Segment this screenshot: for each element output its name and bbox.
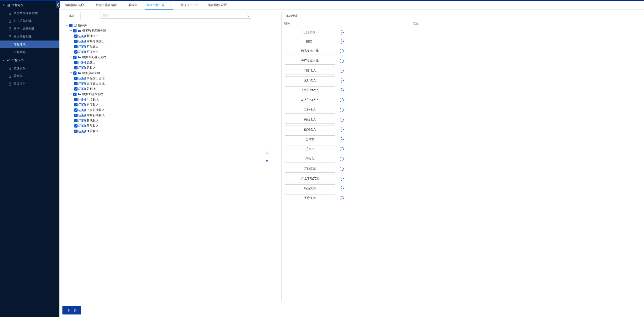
indicator-chip[interactable]: 药品收入 (285, 116, 335, 124)
remove-icon[interactable]: − (340, 59, 344, 63)
tab[interactable]: 编辑指标-选取... (63, 1, 88, 9)
remove-icon[interactable]: − (340, 49, 344, 53)
tree-row[interactable]: ✓药品支出占比 (64, 76, 249, 81)
remove-icon[interactable]: − (340, 69, 344, 73)
tree-row[interactable]: ✓住院收入 (64, 129, 249, 134)
checkbox-checked-icon[interactable]: ✓ (74, 103, 78, 106)
nav-group-indicator-app[interactable]: ▼ 指标应用 (0, 56, 59, 64)
sidebar-item[interactable]: 根据主题表创建 (0, 25, 59, 33)
tree-row[interactable]: ✓财政补助收入 (64, 113, 249, 118)
remove-icon[interactable]: − (340, 39, 344, 44)
tree-row[interactable]: ✓总收入 (64, 65, 249, 70)
caret-down-icon[interactable]: ▼ (70, 72, 72, 74)
search-icon[interactable] (245, 13, 249, 18)
indicator-chip[interactable]: 医疗支出占比 (285, 57, 335, 65)
indicator-chip[interactable]: USERID_ (285, 29, 335, 36)
tree-row[interactable]: ✓医疗收入 (64, 102, 249, 107)
checkbox-checked-icon[interactable]: ✓ (73, 56, 77, 59)
sidebar-item[interactable]: 看板集 (0, 72, 59, 80)
indicator-chip[interactable]: 财政补助收入 (285, 96, 335, 104)
checkbox-checked-icon[interactable]: ✓ (74, 82, 78, 85)
checkbox-checked-icon[interactable]: ✓ (74, 45, 78, 48)
checkbox-checked-icon[interactable]: ✓ (74, 50, 78, 54)
indicator-chip[interactable]: 总收入 (285, 155, 335, 163)
indicator-chip[interactable]: 药品支出占比 (285, 47, 335, 55)
transfer-remove-button[interactable]: « (266, 158, 267, 163)
remove-icon[interactable]: − (340, 186, 344, 190)
checkbox-checked-icon[interactable]: ✓ (74, 98, 78, 101)
indicator-chip[interactable]: 其他收入 (285, 106, 335, 114)
remove-icon[interactable]: − (340, 108, 344, 112)
indicator-chip[interactable]: 药品支出 (285, 184, 335, 192)
remove-icon[interactable]: − (340, 196, 344, 200)
remove-icon[interactable]: − (340, 128, 344, 132)
checkbox-checked-icon[interactable]: ✓ (74, 87, 78, 91)
checkbox-checked-icon[interactable]: ✓ (74, 124, 78, 128)
checkbox-checked-icon[interactable]: ✓ (74, 40, 78, 43)
tab[interactable]: 医疗支出占比 (179, 1, 200, 9)
remove-icon[interactable]: − (340, 157, 344, 161)
caret-down-icon[interactable]: ▼ (70, 93, 72, 96)
sidebar-item[interactable]: 根据数据库表创建 (0, 9, 59, 17)
indicator-chip[interactable]: 医疗收入 (285, 76, 335, 84)
transfer-add-button[interactable]: » (266, 150, 267, 155)
next-button[interactable]: 下一步 (62, 306, 81, 314)
search-input[interactable] (102, 14, 244, 17)
tree-row[interactable]: ✓药品收入 (64, 123, 249, 129)
checkbox-checked-icon[interactable]: ✓ (74, 119, 78, 122)
indicator-chip[interactable]: 住院收入 (285, 126, 335, 133)
tree-row[interactable]: ✓药品支出 (64, 44, 249, 49)
tab[interactable]: 编辑指标主题-...× (145, 1, 173, 9)
tree-row[interactable]: ▼✓根据主题表创建 (64, 92, 249, 97)
tree-row[interactable]: ✓财政专项支出 (64, 39, 249, 44)
tree-row[interactable]: ▼✓指标库 (64, 23, 249, 28)
indicator-chip[interactable]: 总利润 (285, 135, 335, 143)
caret-down-icon[interactable]: ▼ (66, 24, 68, 27)
tree-row[interactable]: ✓门诊收入 (64, 97, 249, 102)
tree-row[interactable]: ▼✓根据数据库表创建 (64, 28, 249, 33)
checkbox-checked-icon[interactable]: ✓ (74, 108, 78, 112)
tab[interactable]: 看板集 (127, 1, 139, 9)
remove-icon[interactable]: − (340, 147, 344, 151)
remove-icon[interactable]: − (340, 118, 344, 122)
tree-row[interactable]: ✓医疗支出占比 (64, 81, 249, 86)
sidebar-item[interactable]: 指标建模 (0, 41, 59, 48)
panel-tab-indicator[interactable]: 指标 (62, 12, 81, 20)
checkbox-checked-icon[interactable]: ✓ (74, 66, 78, 69)
checkbox-checked-icon[interactable]: ✓ (74, 77, 78, 80)
sidebar-item[interactable]: 根据指标创建 (0, 33, 59, 41)
checkbox-checked-icon[interactable]: ✓ (74, 34, 78, 38)
checkbox-checked-icon[interactable]: ✓ (73, 71, 77, 75)
tree-row[interactable]: ✓医疗支出 (64, 49, 249, 55)
checkbox-checked-icon[interactable]: ✓ (69, 24, 73, 27)
tree-row[interactable]: ✓其他收入 (64, 118, 249, 123)
checkbox-checked-icon[interactable]: ✓ (73, 93, 77, 96)
indicator-chip[interactable]: 门诊收入 (285, 67, 335, 74)
checkbox-checked-icon[interactable]: ✓ (74, 114, 78, 117)
sidebar-item[interactable]: 根据语句创建 (0, 17, 59, 25)
nav-group-indicator-def[interactable]: ▼ 指标定义 (0, 1, 59, 9)
tree-row[interactable]: ✓其他支出 (64, 33, 249, 39)
close-icon[interactable]: × (170, 4, 171, 7)
remove-icon[interactable]: − (340, 137, 344, 141)
remove-icon[interactable]: − (340, 167, 344, 171)
indicator-chip[interactable]: 其他支出 (285, 165, 335, 173)
caret-down-icon[interactable]: ▼ (70, 56, 72, 59)
sidebar-item[interactable]: 指标固化 (0, 48, 59, 56)
checkbox-checked-icon[interactable]: ✓ (73, 29, 77, 32)
indicator-chip[interactable]: 医疗支出 (285, 194, 335, 202)
indicator-chip[interactable]: 上级补助收入 (285, 86, 335, 94)
indicator-chip[interactable]: 总支出 (285, 145, 335, 153)
checkbox-checked-icon[interactable]: ✓ (74, 61, 78, 64)
remove-icon[interactable]: − (340, 30, 344, 34)
indicator-chip[interactable]: BBQ_ (285, 38, 335, 45)
right-panel-tab[interactable]: 指标/维度 (281, 12, 302, 20)
sidebar-item[interactable]: 即席报告 (0, 80, 59, 88)
remove-icon[interactable]: − (340, 177, 344, 181)
sidebar-collapse-button[interactable] (56, 1, 60, 8)
checkbox-checked-icon[interactable]: ✓ (74, 130, 78, 133)
sidebar-item[interactable]: 敏捷看板 (0, 64, 59, 72)
tree-row[interactable]: ✓总支出 (64, 60, 249, 65)
tree-row[interactable]: ▼✓根据查询语句创建 (64, 55, 249, 60)
tree-row[interactable]: ✓总利润 (64, 86, 249, 92)
